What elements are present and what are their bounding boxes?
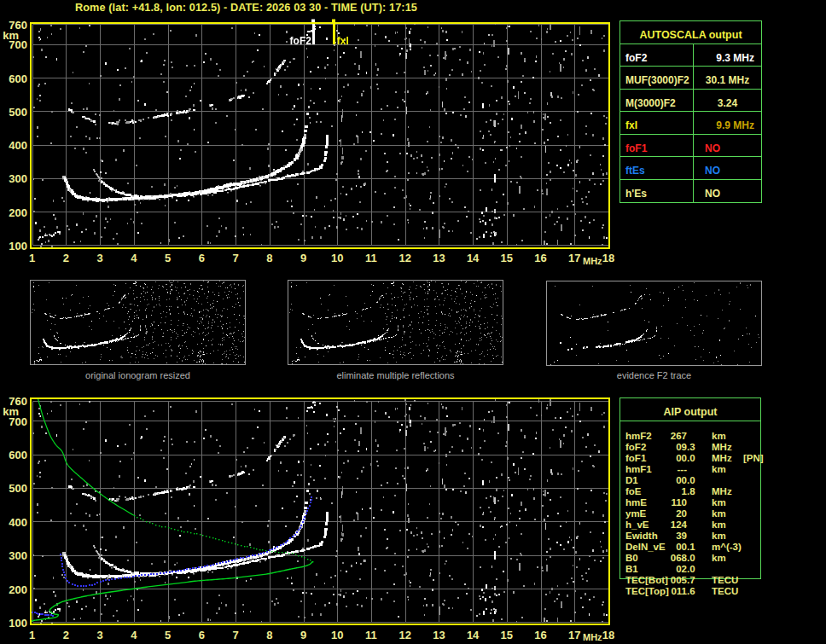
autoscala-row-label-foF2: foF2 bbox=[620, 44, 694, 67]
x-tick-bot-2: 2 bbox=[51, 629, 80, 641]
aip-row-unit: MHz bbox=[712, 453, 732, 464]
y-tick-bot-400: 400 bbox=[0, 516, 27, 529]
aip-row-value-frac: .0 bbox=[687, 453, 695, 464]
autoscala-row-label-foF1: foF1 bbox=[620, 135, 694, 158]
x-tick-top-9: 9 bbox=[289, 252, 318, 264]
aip-row-value: 20 bbox=[637, 508, 687, 519]
autoscala-table-header: AUTOSCALA output bbox=[620, 21, 761, 44]
x-tick-top-3: 3 bbox=[85, 252, 114, 264]
aip-row-note: [PN] bbox=[743, 453, 764, 464]
aip-row-label: B0 bbox=[625, 553, 638, 564]
x-axis-unit-top: MHz bbox=[583, 256, 602, 266]
ionogram-plot-bottom bbox=[28, 395, 612, 627]
aip-row-unit: km bbox=[712, 497, 726, 508]
aip-row-value: 09 bbox=[637, 442, 687, 453]
y-tick-top-500: 500 bbox=[0, 106, 27, 119]
y-tick-top-400: 400 bbox=[0, 139, 27, 152]
x-tick-bot-8: 8 bbox=[255, 629, 284, 641]
x-tick-bot-11: 11 bbox=[357, 629, 386, 641]
autoscala-row-value-M(3000)F2: 3.24 bbox=[694, 90, 761, 113]
aip-row-value-frac: .0 bbox=[687, 564, 695, 575]
x-tick-bot-15: 15 bbox=[492, 629, 521, 641]
aip-row-D1: D100.0 bbox=[620, 475, 765, 486]
aip-row-value-frac: .0 bbox=[687, 475, 695, 486]
y-tick-bot-100: 100 bbox=[0, 617, 27, 629]
x-tick-top-4: 4 bbox=[119, 252, 148, 264]
thumbnail-original-ionogram bbox=[30, 280, 246, 365]
aip-row-hmF2: hmF2267km bbox=[620, 431, 765, 442]
y-tick-top-600: 600 bbox=[0, 73, 27, 85]
y-tick-bot-300: 300 bbox=[0, 549, 27, 562]
thumbnail-eliminate-reflections bbox=[288, 280, 503, 365]
aip-row-value: 068 bbox=[637, 553, 687, 564]
y-tick-top-300: 300 bbox=[0, 172, 27, 185]
x-tick-top-11: 11 bbox=[357, 252, 386, 264]
x-tick-top-1: 1 bbox=[18, 252, 47, 264]
aip-row-label: D1 bbox=[625, 475, 638, 486]
aip-table-header: AIP output bbox=[620, 398, 760, 421]
x-tick-top-15: 15 bbox=[492, 252, 521, 264]
aip-row-value: 124 bbox=[637, 519, 687, 531]
x-tick-top-6: 6 bbox=[187, 252, 216, 264]
thumbnail-caption-eliminate: eliminate multiple reflections bbox=[288, 370, 503, 380]
aip-row-unit: TECU bbox=[712, 586, 738, 597]
y-tick-bot-600: 600 bbox=[0, 449, 27, 461]
y-tick-top-100: 100 bbox=[0, 240, 27, 252]
x-tick-top-8: 8 bbox=[255, 252, 284, 264]
aip-row-unit: km bbox=[712, 464, 726, 475]
x-tick-top-14: 14 bbox=[458, 252, 487, 264]
aip-row-value: 00 bbox=[637, 453, 687, 464]
aip-row-value: 110 bbox=[637, 497, 687, 508]
x-tick-bot-9: 9 bbox=[289, 629, 318, 641]
x-tick-bot-10: 10 bbox=[323, 629, 352, 641]
aip-row-h_vE: h_vE124km bbox=[620, 519, 765, 531]
autoscala-row-label-ftEs: ftEs bbox=[620, 157, 694, 180]
x-tick-top-2: 2 bbox=[51, 252, 80, 264]
aip-row-value: 267 bbox=[637, 431, 687, 442]
aip-row-unit: km bbox=[712, 519, 726, 531]
aip-row-unit: km bbox=[712, 431, 726, 442]
autoscala-row-label-h'Es: h'Es bbox=[620, 180, 694, 203]
aip-row-B0: B0068.0km bbox=[620, 553, 765, 564]
y-tick-top-200: 200 bbox=[0, 206, 27, 219]
aip-row-value: 00 bbox=[637, 475, 687, 486]
fof2-marker-label: foF2 bbox=[288, 35, 311, 47]
aip-output-table: AIP output hmF2267kmfoF209.3MHzfoF100.0M… bbox=[620, 397, 761, 579]
y-axis-unit-bot: km bbox=[0, 405, 19, 418]
aip-row-unit: MHz bbox=[712, 442, 732, 453]
x-tick-top-16: 16 bbox=[526, 252, 556, 264]
x-tick-bot-5: 5 bbox=[154, 629, 183, 641]
x-tick-bot-4: 4 bbox=[119, 629, 148, 641]
x-tick-bot-12: 12 bbox=[391, 629, 420, 641]
autoscala-row-value-h'Es: NO bbox=[694, 180, 761, 203]
autoscala-row-label-M(3000)F2: M(3000)F2 bbox=[620, 90, 694, 113]
fxi-marker-label: fxI bbox=[337, 35, 349, 47]
aip-row-unit: km bbox=[712, 508, 726, 519]
aip-row-B1: B102.0 bbox=[620, 564, 765, 575]
aip-row-value-frac: .1 bbox=[687, 542, 695, 553]
autoscala-row-value-foF2: 9.3 MHz bbox=[694, 44, 761, 67]
aip-row-foF2: foF209.3MHz bbox=[620, 442, 765, 453]
thumbnail-caption-evidence: evidence F2 trace bbox=[546, 370, 762, 380]
aip-row-TEC[Top]: TEC[Top]011.6TECU bbox=[620, 586, 765, 597]
aip-row-value: 005 bbox=[637, 575, 687, 586]
aip-row-value-frac: .7 bbox=[687, 575, 695, 586]
x-tick-top-10: 10 bbox=[323, 252, 352, 264]
autoscala-row-value-foF1: NO bbox=[694, 135, 761, 158]
aip-row-value: 02 bbox=[637, 564, 687, 575]
station-title: Rome (lat: +41.8, lon: 012.5) - DATE: 20… bbox=[75, 2, 417, 14]
aip-row-value: 00 bbox=[637, 542, 687, 553]
aip-row-foE: foE1.8MHz bbox=[620, 486, 765, 497]
autoscala-row-value-fxI: 9.9 MHz bbox=[694, 112, 761, 135]
y-axis-unit-top: km bbox=[0, 29, 19, 42]
aip-row-value-frac: .8 bbox=[687, 486, 695, 497]
x-tick-top-7: 7 bbox=[221, 252, 250, 264]
thumbnail-evidence-f2-trace bbox=[546, 281, 762, 366]
aip-row-value: 1 bbox=[637, 486, 687, 497]
aip-row-value-frac: .0 bbox=[687, 553, 695, 564]
x-axis-unit-bot: MHz bbox=[583, 632, 602, 642]
autoscala-window: Rome (lat: +41.8, lon: 012.5) - DATE: 20… bbox=[0, 0, 826, 644]
aip-row-label: B1 bbox=[625, 564, 638, 575]
x-tick-bot-13: 13 bbox=[424, 629, 453, 641]
autoscala-row-value-MUF(3000)F2: 30.1 MHz bbox=[694, 67, 761, 90]
